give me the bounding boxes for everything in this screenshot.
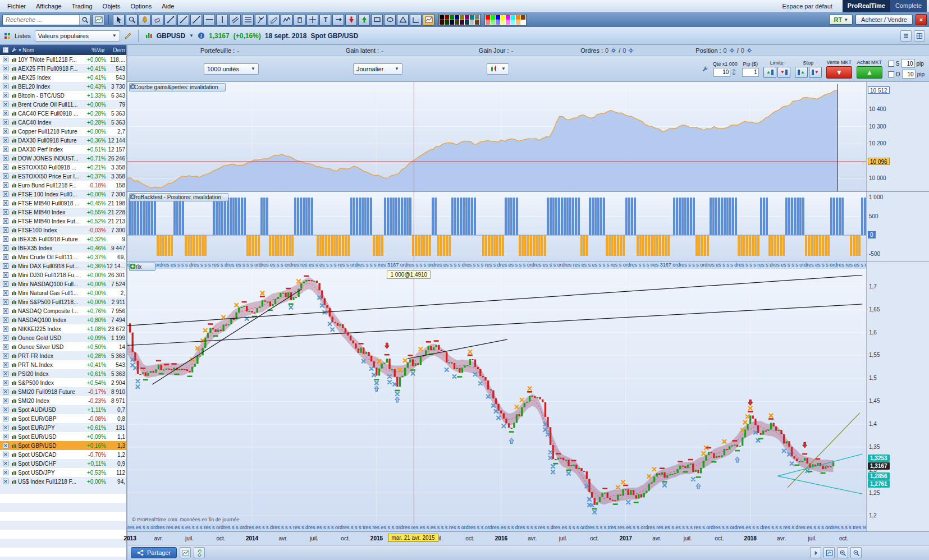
pip-value-input[interactable]: [742, 68, 759, 77]
watchlist-row[interactable]: AEX25 FTI Full0918 F...+0,41%543: [0, 64, 126, 73]
mini-chart-icon[interactable]: [10, 290, 18, 296]
arrow-tool[interactable]: [332, 14, 344, 26]
watchlist-row[interactable]: SMI20 Full0918 Future-0,17%8 910: [0, 387, 126, 396]
mini-chart-icon[interactable]: [10, 84, 18, 89]
palette-color[interactable]: [501, 20, 505, 25]
mini-chart-icon[interactable]: [10, 308, 18, 314]
box-x-icon[interactable]: [1, 281, 10, 287]
mini-chart-icon[interactable]: [10, 362, 18, 368]
box-x-icon[interactable]: [1, 443, 10, 448]
mini-chart-icon[interactable]: [10, 380, 18, 385]
box-x-icon[interactable]: [1, 452, 10, 457]
quantity-select[interactable]: 1000 unités▼: [204, 63, 259, 75]
box-x-icon[interactable]: [1, 164, 10, 170]
watchlist-row[interactable]: Spot AUD/USD+1,11%0,7: [0, 405, 126, 414]
box-x-icon[interactable]: [1, 425, 10, 430]
pitchfork-tool[interactable]: [255, 14, 267, 26]
watchlist-row[interactable]: PSI20 Index+0,61%5 363: [0, 369, 126, 378]
mini-chart-icon[interactable]: [10, 93, 18, 98]
sell-marker-tool[interactable]: [345, 14, 357, 26]
symbol-dropdown-icon[interactable]: ▼: [189, 33, 194, 38]
cross-tool[interactable]: [306, 14, 318, 26]
positions-panel-tab[interactable]: ProBacktest - Positions: invalidation: [129, 193, 228, 201]
palette-color[interactable]: [511, 20, 515, 25]
palette-color[interactable]: [445, 20, 449, 25]
palette-color[interactable]: [445, 15, 449, 20]
layout-grid-icon[interactable]: [914, 30, 925, 42]
window-menu-icon[interactable]: [900, 30, 912, 42]
box-x-icon[interactable]: [1, 335, 10, 341]
triangle-tool[interactable]: [397, 14, 409, 26]
box-x-icon[interactable]: [1, 326, 10, 332]
palette-color[interactable]: [450, 15, 454, 20]
menu-trading[interactable]: Trading: [67, 2, 98, 11]
watchlist-row[interactable]: FTSE 100 Index Full0...+0,00%7 300: [0, 190, 126, 199]
palette-color[interactable]: [491, 20, 495, 25]
price-panel[interactable]: Prix ordres s s s ordres es s s s dres s…: [127, 261, 929, 532]
mini-chart-icon[interactable]: [10, 146, 18, 152]
watchlist-row[interactable]: US$ Index Full1218 F...+0,00%94,: [0, 477, 126, 486]
box-x-icon[interactable]: [1, 308, 10, 314]
watchlist-row[interactable]: Spot EUR/USD+0,09%1,1: [0, 432, 126, 441]
watchlist-header[interactable]: ▼ Nom %Var Dern: [0, 45, 126, 55]
watchlist-row[interactable]: S&P500 Index+0,54%2 904: [0, 378, 126, 387]
rt-mode-button[interactable]: RT▼: [829, 15, 853, 25]
mini-chart-icon[interactable]: [10, 245, 18, 251]
apply-strategy-icon[interactable]: [180, 547, 191, 558]
box-x-icon[interactable]: [1, 272, 10, 278]
gear-icon[interactable]: [729, 48, 735, 53]
mini-chart-icon[interactable]: [10, 443, 18, 448]
palette-color[interactable]: [516, 20, 520, 25]
box-x-icon[interactable]: [1, 137, 10, 143]
mini-chart-icon[interactable]: [10, 344, 18, 350]
backtest-tool[interactable]: [423, 14, 434, 26]
palette-color[interactable]: [486, 15, 490, 20]
fibonacci-tool[interactable]: [242, 14, 254, 26]
box-x-icon[interactable]: [1, 389, 10, 394]
watchlist-row[interactable]: 10Y TNote Full1218 F...+0,00%118,...: [0, 55, 126, 64]
palette-color[interactable]: [506, 15, 510, 20]
box-x-icon[interactable]: [1, 182, 10, 188]
wrench-icon[interactable]: [702, 66, 708, 72]
mini-chart-icon[interactable]: [10, 326, 18, 332]
watchlist-row[interactable]: IBEX35 Full0918 Future+0,32%9: [0, 235, 126, 244]
watchlist-row[interactable]: DOW JONES INDUST...+0,71%26 246: [0, 154, 126, 163]
palette-color[interactable]: [501, 15, 505, 20]
info-icon[interactable]: i: [198, 32, 205, 39]
palette-color[interactable]: [521, 15, 525, 20]
quantity-input[interactable]: [713, 68, 730, 77]
mini-chart-icon[interactable]: [10, 272, 18, 278]
timeframe-select[interactable]: Journalier▼: [353, 63, 402, 75]
stop-pips-input[interactable]: [901, 59, 915, 68]
watchlist-row[interactable]: DAX30 Perf Index+0,51%12 157: [0, 145, 126, 154]
mini-chart-icon[interactable]: [10, 155, 18, 161]
mini-chart-icon[interactable]: [10, 111, 18, 116]
objective-pips-input[interactable]: [902, 70, 916, 79]
watchlist-row[interactable]: SMI20 Index-0,23%8 971: [0, 396, 126, 405]
box-x-icon[interactable]: [1, 254, 10, 260]
box-x-icon[interactable]: [1, 173, 10, 179]
watchlist-row[interactable]: IBEX35 Index+0,46%9 447: [0, 244, 126, 253]
watchlist-row[interactable]: ESTOXX50 Full0918 ...+0,21%3 358: [0, 163, 126, 172]
watchlist-row[interactable]: Mini Crude Oil Full111...+0,37%69,: [0, 253, 126, 261]
mini-chart-icon[interactable]: [10, 416, 18, 421]
mini-chart-icon[interactable]: [10, 263, 18, 269]
box-x-icon[interactable]: [1, 317, 10, 323]
watchlist-row[interactable]: Copper Full1218 Future+0,00%2,7: [0, 127, 126, 136]
box-x-icon[interactable]: [1, 218, 10, 224]
watchlist-row[interactable]: Mini DJ30 Full1218 Fu...+0,00%26 301: [0, 270, 126, 279]
watchlist-row[interactable]: ESTOXX50 Price Eur I...+0,37%3 358: [0, 172, 126, 181]
watchlist-row[interactable]: Ounce Silver USD+0,50%14: [0, 342, 126, 351]
box-x-icon[interactable]: [1, 461, 10, 466]
positions-axis[interactable]: 1 0005000-500: [866, 192, 929, 261]
box-x-icon[interactable]: [1, 200, 10, 206]
palette-color[interactable]: [465, 20, 469, 25]
buy-limit-button[interactable]: ▲: [763, 67, 776, 78]
mini-chart-icon[interactable]: [10, 200, 18, 206]
palette-color[interactable]: [496, 20, 500, 25]
equity-chart-canvas[interactable]: [127, 82, 866, 192]
box-x-icon[interactable]: [1, 236, 10, 242]
watchlist-row[interactable]: Mini S&P500 Full1218...+0,00%2 911: [0, 297, 126, 306]
horizontal-line-tool[interactable]: [203, 14, 215, 26]
mini-chart-icon[interactable]: [10, 353, 18, 359]
